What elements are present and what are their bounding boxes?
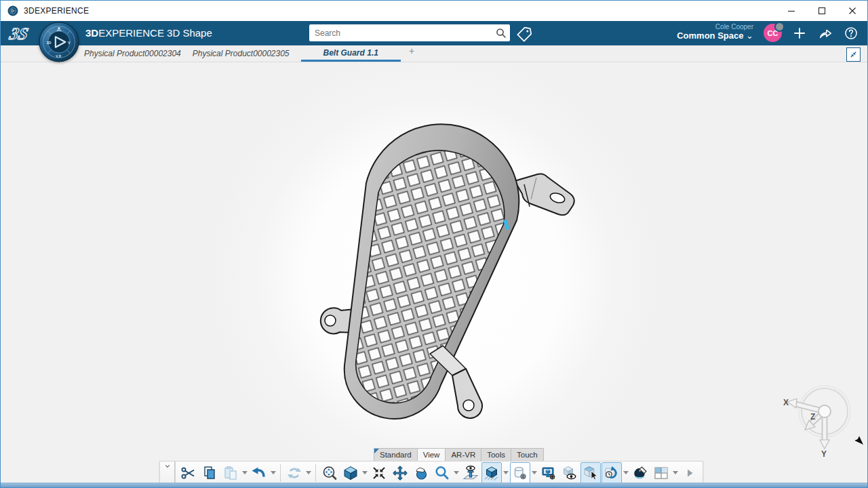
document-tabbar: Physical Product00002304 Physical Produc… [1,45,867,62]
shading-with-material-button[interactable] [481,462,502,484]
hide-show-button[interactable] [559,462,580,484]
bracket-right [515,174,574,216]
search-input[interactable] [309,28,492,38]
select-button[interactable] [580,462,601,484]
axis-z-label: Z [810,412,815,422]
avatar[interactable]: CC [764,24,782,42]
help-icon [844,26,859,41]
gear-icon [550,474,555,479]
work-on-latest-icon [604,465,620,481]
undo-dropdown[interactable] [270,463,277,483]
shading-dropdown[interactable] [502,463,509,483]
ribbon-tab-tools[interactable]: Tools [481,448,511,461]
isometric-view-button[interactable] [340,462,361,484]
share-button[interactable] [817,25,833,41]
update-icon [286,465,302,481]
gear-icon [521,474,526,479]
ribbon-tab-touch[interactable]: Touch [511,448,544,461]
collapse-icon [848,49,859,60]
close-icon [848,7,856,15]
work-on-latest-button[interactable] [601,462,622,484]
app-title: 3DEXPERIENCE 3D Shape [85,27,212,39]
collapse-panel-button[interactable] [846,47,861,62]
more-commands-button[interactable] [679,462,700,484]
zoom-button[interactable] [432,462,452,484]
toolbar-separator [280,464,281,482]
isometric-view-icon [342,465,359,481]
undo-button[interactable] [249,462,269,484]
center-view-icon [371,465,387,481]
close-button[interactable] [837,1,867,20]
manage-data-dropdown[interactable] [531,463,538,483]
zoom-icon [434,465,450,481]
add-button[interactable] [791,25,808,41]
rotate-icon [413,465,429,481]
isometric-view-dropdown[interactable] [361,463,368,483]
pan-button[interactable] [390,462,410,484]
pan-icon [392,465,408,481]
compass-button[interactable]: 3D V V.R [39,22,79,62]
fit-all-in-button[interactable] [319,462,340,484]
new-tab-button[interactable]: + [406,45,417,62]
look-at-button[interactable] [460,462,481,484]
work-on-latest-dropdown[interactable] [623,463,629,483]
look-at-icon [462,465,479,481]
update-button[interactable] [284,462,304,484]
quad-view-dropdown[interactable] [672,463,679,483]
user-space-selector[interactable]: Cole Cooper Common Space ⌄ [677,23,753,41]
action-toolbar [175,461,703,485]
copy-button[interactable] [199,462,220,484]
rotate-button[interactable] [411,462,431,484]
chevron-down-icon: ⌄ [746,30,753,41]
update-dropdown[interactable] [305,463,312,483]
belt-guard-model[interactable] [299,117,584,435]
toolbar-expander[interactable] [159,461,175,485]
chevron-down-icon [162,462,173,471]
ribbon-tab-view[interactable]: View [417,448,446,461]
search-icon[interactable] [492,28,510,39]
window-bottom-edge [1,483,867,487]
manage-data-button[interactable] [510,462,530,484]
tab-physical-product-2305[interactable]: Physical Product00002305 [193,45,290,62]
svg-text:V.R: V.R [56,54,61,58]
paste-icon [222,465,239,481]
3d-viewport[interactable]: X Y Z [1,62,867,485]
zoom-dropdown[interactable] [453,463,460,483]
compass-people-icon [58,27,60,30]
maximize-button[interactable] [806,1,837,20]
axis-y-label: Y [821,449,827,458]
help-button[interactable] [843,25,859,41]
ribbon-tab-standard[interactable]: Standard [374,448,418,461]
shading-with-material-icon [484,465,500,481]
toolbar-separator [315,464,316,482]
ribbon-tab-ar-vr[interactable]: AR-VR [445,448,481,461]
sketch-analysis-button[interactable] [630,462,650,484]
window-title: 3DEXPERIENCE [24,6,89,16]
more-commands-icon [682,465,698,481]
cut-icon [180,465,197,481]
undo-icon [251,465,267,481]
svg-text:V: V [68,41,71,45]
top-bar: 3S 3D V V.R 3DEXPERIENCE 3D Shape [1,21,867,45]
window-titlebar: 3DEXPERIENCE [1,1,867,21]
share-icon [818,26,833,41]
tags-button[interactable] [516,26,532,42]
visualization-settings-button[interactable] [538,462,559,484]
quad-view-button[interactable] [651,462,671,484]
select-icon [583,465,599,481]
paste-button[interactable] [220,462,241,484]
quad-view-icon [653,465,669,481]
3ds-logo: 3S [6,22,37,44]
minimize-button[interactable] [776,1,806,20]
cut-button[interactable] [178,462,199,484]
manage-data-icon [512,465,528,481]
paste-dropdown[interactable] [241,463,248,483]
center-view-button[interactable] [369,462,389,484]
tag-icon [516,26,532,42]
copy-icon [201,465,218,481]
tab-physical-product-2304[interactable]: Physical Product00002304 [84,45,181,62]
ribbon-tabbar: Standard View AR-VR Tools Touch [374,448,544,461]
svg-text:3S: 3S [7,24,31,43]
status-badge [774,22,785,32]
tab-belt-guard[interactable]: Belt Guard 1.1 [301,45,401,62]
